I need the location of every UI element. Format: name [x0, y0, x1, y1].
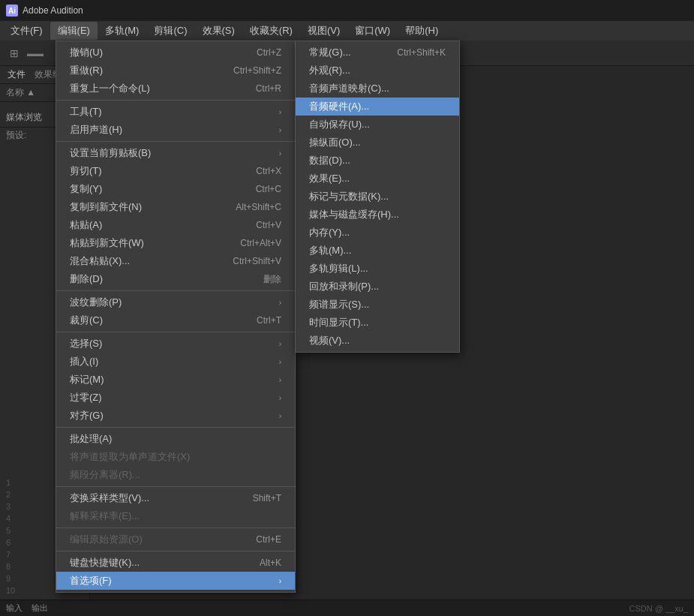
menu-edit[interactable]: 编辑(E): [50, 22, 98, 40]
prefs-submenu: 常规(G)... Ctrl+Shift+K 外观(R)... 音频声道映射(C)…: [295, 41, 460, 353]
prefs-effects[interactable]: 效果(E)...: [296, 170, 459, 188]
menu-cut[interactable]: 剪切(T) Ctrl+X: [56, 162, 295, 180]
status-input: 输入: [6, 602, 23, 614]
menu-enable-channel[interactable]: 启用声道(H) ›: [56, 121, 295, 139]
prefs-appearance[interactable]: 外观(R)...: [296, 62, 459, 80]
menu-select[interactable]: 选择(S) ›: [56, 335, 295, 353]
wave-icon: ▬▬: [27, 45, 44, 62]
menu-delete[interactable]: 删除(D) 删除: [56, 270, 295, 288]
menu-prefs[interactable]: 首选项(F) ›: [56, 572, 295, 590]
app-icon: Ai: [6, 5, 18, 17]
menu-view[interactable]: 视图(V): [300, 22, 347, 40]
menu-zerocross[interactable]: 过零(Z) ›: [56, 389, 295, 407]
menu-effects[interactable]: 效果(S): [195, 22, 242, 40]
menu-batch[interactable]: 批处理(A): [56, 430, 295, 448]
menu-freq-sep[interactable]: 频段分离器(R)...: [56, 466, 295, 484]
menu-ripple-delete[interactable]: 波纹删除(P) ›: [56, 293, 295, 311]
menu-clip[interactable]: 剪辑(C): [146, 22, 194, 40]
menu-paste-new[interactable]: 粘贴到新文件(W) Ctrl+Alt+V: [56, 234, 295, 252]
prefs-multitrack[interactable]: 多轨(M)...: [296, 242, 459, 260]
menu-repeat[interactable]: 重复上一个命令(L) Ctrl+R: [56, 80, 295, 98]
menu-undo[interactable]: 撤销(U) Ctrl+Z: [56, 44, 295, 62]
prefs-audio-hardware[interactable]: 音频硬件(A)...: [296, 98, 459, 116]
prefs-markers-meta[interactable]: 标记与元数据(K)...: [296, 188, 459, 206]
title-bar: Ai Adobe Audition: [0, 0, 694, 21]
prefs-multitrack-clip[interactable]: 多轨剪辑(L)...: [296, 260, 459, 278]
prefs-audio-channel[interactable]: 音频声道映射(C)...: [296, 80, 459, 98]
menu-extract-mono[interactable]: 将声道提取为单声道文件(X): [56, 448, 295, 466]
grid-icon[interactable]: ⊞: [6, 45, 23, 62]
prefs-autosave[interactable]: 自动保存(U)...: [296, 116, 459, 134]
watermark: CSDN @ __xu_: [629, 604, 688, 613]
menu-edit-original[interactable]: 编辑原始资源(O) Ctrl+E: [56, 530, 295, 548]
prefs-media-disk[interactable]: 媒体与磁盘缓存(H)...: [296, 206, 459, 224]
menu-bar: 文件(F) 编辑(E) 多轨(M) 剪辑(C) 效果(S) 收藏夹(R) 视图(…: [0, 21, 694, 41]
app-title: Adobe Audition: [23, 5, 83, 16]
prefs-spectral[interactable]: 频谱显示(S)...: [296, 296, 459, 314]
menu-file[interactable]: 文件(F): [3, 22, 50, 40]
menu-set-clipboard[interactable]: 设置当前剪贴板(B) ›: [56, 144, 295, 162]
menu-favorites[interactable]: 收藏夹(R): [242, 22, 300, 40]
menu-insert[interactable]: 插入(I) ›: [56, 353, 295, 371]
prefs-data[interactable]: 数据(D)...: [296, 152, 459, 170]
menu-redo[interactable]: 重做(R) Ctrl+Shift+Z: [56, 62, 295, 80]
prefs-playback-record[interactable]: 回放和录制(P)...: [296, 278, 459, 296]
menu-markers[interactable]: 标记(M) ›: [56, 371, 295, 389]
status-output: 输出: [32, 602, 48, 614]
prefs-video[interactable]: 视频(V)...: [296, 332, 459, 350]
prefs-control-surface[interactable]: 操纵面(O)...: [296, 134, 459, 152]
lp-tab-file[interactable]: 文件: [3, 67, 30, 83]
menu-copy[interactable]: 复制(Y) Ctrl+C: [56, 180, 295, 198]
menu-convert-sample[interactable]: 变换采样类型(V)... Shift+T: [56, 489, 295, 507]
menu-keyboard[interactable]: 键盘快捷键(K)... Alt+K: [56, 554, 295, 572]
menu-interpret-sample[interactable]: 解释采样率(E)...: [56, 507, 295, 525]
menu-mix-paste[interactable]: 混合粘贴(X)... Ctrl+Shift+V: [56, 252, 295, 270]
menu-align[interactable]: 对齐(G) ›: [56, 407, 295, 425]
menu-copy-new[interactable]: 复制到新文件(N) Alt+Shift+C: [56, 198, 295, 216]
menu-multitrack[interactable]: 多轨(M): [98, 22, 147, 40]
status-bar: 输入 输出 CSDN @ __xu_: [0, 599, 694, 616]
menu-window[interactable]: 窗口(W): [347, 22, 398, 40]
menu-paste[interactable]: 粘贴(A) Ctrl+V: [56, 216, 295, 234]
prefs-time-display[interactable]: 时间显示(T)...: [296, 314, 459, 332]
prefs-memory[interactable]: 内存(Y)...: [296, 224, 459, 242]
menu-help[interactable]: 帮助(H): [398, 22, 446, 40]
prefs-general[interactable]: 常规(G)... Ctrl+Shift+K: [296, 44, 459, 62]
menu-tools[interactable]: 工具(T) ›: [56, 103, 295, 121]
menu-crop[interactable]: 裁剪(C) Ctrl+T: [56, 311, 295, 329]
edit-menu-dropdown: 撤销(U) Ctrl+Z 重做(R) Ctrl+Shift+Z 重复上一个命令(…: [56, 41, 296, 593]
